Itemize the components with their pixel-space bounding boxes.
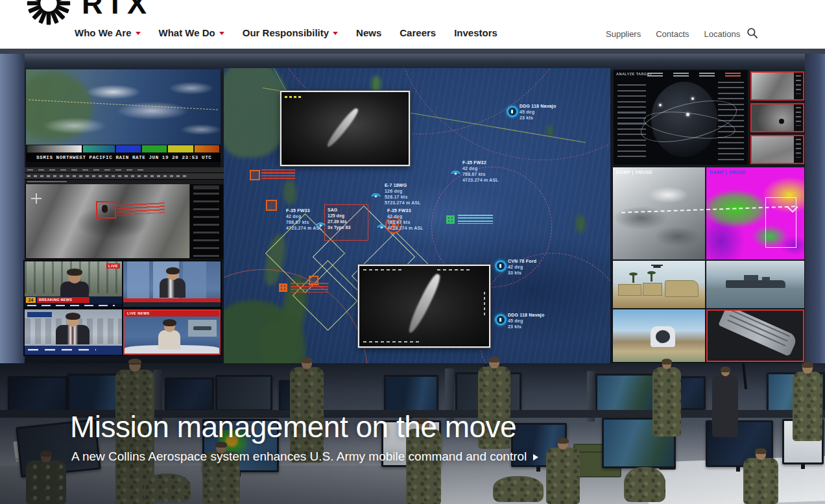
soldier-figure [652, 360, 681, 438]
hud-readout [285, 95, 302, 100]
soldier-figure [144, 475, 191, 504]
workstation-monitor [384, 375, 438, 414]
news-ticker-3 [25, 346, 122, 355]
rain-rate-color-scale [26, 145, 221, 153]
soldier-figure [493, 478, 544, 504]
hero-subtitle-text: A new Collins Aerospace system enhances … [71, 450, 527, 463]
room-wall-right [805, 54, 825, 373]
search-icon[interactable] [747, 27, 758, 39]
hero-banner[interactable]: SSMIS NORTHWEST PACIFIC RAIN RATE JUN 19… [0, 49, 825, 504]
surface-track-icon [495, 314, 507, 326]
live-tag: LIVE [106, 263, 120, 269]
surface-track-icon [495, 260, 507, 272]
track-label-f35-fw32: F-35 FW32 42 deg 788.67 kts 4723.274 m A… [462, 160, 499, 183]
unit-grid-marker-icon [279, 283, 287, 292]
news-feed-3 [25, 309, 122, 355]
rtx-burst-icon [23, 0, 74, 29]
hero-subtitle-link[interactable]: A new Collins Aerospace system enhances … [71, 450, 538, 464]
ramp-thermal-imagery: RAMP | VMUSE [706, 167, 804, 259]
nav-locations[interactable]: Locations [704, 29, 741, 39]
tactical-map-panel: E-7 18WG 126 deg 528.17 kts 5723.274 m A… [224, 68, 610, 363]
channel-24-badge: 24 [26, 297, 36, 303]
nav-contacts[interactable]: Contacts [656, 29, 689, 39]
poi-marker-icon [250, 170, 260, 180]
weather-caption: SSMIS NORTHWEST PACIFIC RAIN RATE JUN 19… [26, 153, 221, 162]
civilian-figure [712, 368, 738, 439]
aircraft-carrier-photo [706, 309, 804, 362]
sag-track-box: SAG 125 deg 27.39 kts 3x Type 83 [324, 204, 368, 241]
telemetry-list-left [617, 84, 646, 160]
ramp-grayscale-imagery: RAMP | VMUSE [613, 167, 705, 259]
analyze-target-panel: ANALYZE TARGET [613, 69, 748, 165]
workstation-monitor [215, 375, 272, 411]
recon-tile-3 [750, 135, 804, 164]
recon-tile-1 [750, 71, 804, 101]
gis-sidebar-form [189, 184, 222, 258]
track-label-cvn78: CVN 78 Ford 42 deg 33 kts [508, 258, 536, 276]
friendly-grid-marker-icon [446, 215, 455, 224]
breaking-news-banner: BREAKING NEWS [37, 297, 90, 303]
destroyer-photo [706, 261, 804, 308]
site-header: RTX Who We Are What We Do Our Responsibi… [0, 0, 825, 49]
soldier-figure [624, 469, 665, 504]
main-nav: Who We Are What We Do Our Responsibility… [75, 27, 497, 38]
air-track-icon [370, 189, 382, 198]
room-wall-left [0, 54, 25, 373]
news-ticker-1: 24 BREAKING NEWS [25, 296, 122, 307]
nav-who-we-are[interactable]: Who We Are [75, 27, 141, 38]
uav-video-inset-1 [280, 91, 410, 166]
soldier-figure [546, 439, 580, 504]
nav-investors[interactable]: Investors [454, 27, 497, 38]
weather-satellite-panel: SSMIS NORTHWEST PACIFIC RAIN RATE JUN 19… [26, 69, 221, 167]
caret-down-icon [136, 32, 141, 35]
track-label-ddg118-north: DDG 118 Navajo 45 deg 23 kts [520, 103, 556, 121]
nav-news[interactable]: News [356, 27, 381, 38]
cta-arrow-icon [533, 454, 538, 461]
nav-what-we-do[interactable]: What We Do [159, 27, 224, 38]
caret-down-icon [219, 32, 224, 35]
ramp-label: RAMP | VMUSE [616, 170, 652, 174]
surface-track-icon [507, 106, 518, 117]
news-feed-1: LIVE 24 BREAKING NEWS [25, 261, 122, 307]
rtx-logo-text: RTX [82, 0, 150, 18]
radar-trucks-photo [613, 261, 705, 308]
satellite-grayscale-image [26, 184, 190, 258]
nav-our-responsibility[interactable]: Our Responsibility [243, 27, 338, 38]
recon-tile-2 [750, 103, 804, 132]
poi-marker-icon [266, 200, 277, 211]
soldier-figure [793, 363, 822, 441]
news-feed-4: LIVE NEWS [123, 309, 221, 355]
gis-analysis-panel [25, 167, 224, 259]
nav-suppliers[interactable]: Suppliers [606, 29, 641, 39]
caret-down-icon [333, 32, 338, 35]
utility-nav: Suppliers Contacts Locations [606, 29, 740, 39]
radar-dome-photo [613, 309, 705, 362]
nav-careers[interactable]: Careers [400, 27, 436, 38]
air-track-icon [449, 166, 462, 175]
workstation-monitor [595, 374, 656, 413]
poi-marker-icon [309, 276, 318, 285]
track-label-f35-fw33-right: F-35 FW33 42 deg 788.67 kts 4723.274 m A… [387, 208, 424, 231]
air-track-icon [315, 218, 327, 227]
ramp-label: RAMP | VMUSE [710, 170, 746, 174]
soldier-figure [26, 452, 66, 504]
weather-map [26, 69, 221, 145]
rtx-logo[interactable]: RTX [23, 0, 150, 29]
air-track-icon [376, 220, 388, 229]
track-label-ddg118: DDG 118 Navajo 45 deg 23 kts [508, 312, 545, 330]
workstation-monitor [165, 378, 214, 411]
news-feed-2 [123, 261, 221, 307]
studio-screen-ship [188, 320, 217, 337]
news-ticker-2 [123, 298, 221, 307]
uav-video-inset-2 [358, 265, 490, 348]
compass-icon [31, 193, 42, 204]
live-news-banner: LIVE NEWS [125, 311, 219, 317]
track-label-e7: E-7 18WG 126 deg 528.17 kts 5723.274 m A… [385, 182, 421, 206]
hero-title: Mission management on the move [70, 409, 516, 444]
telemetry-list-right [718, 82, 744, 162]
soldier-figure [743, 450, 778, 504]
workstation-monitor [8, 376, 67, 413]
